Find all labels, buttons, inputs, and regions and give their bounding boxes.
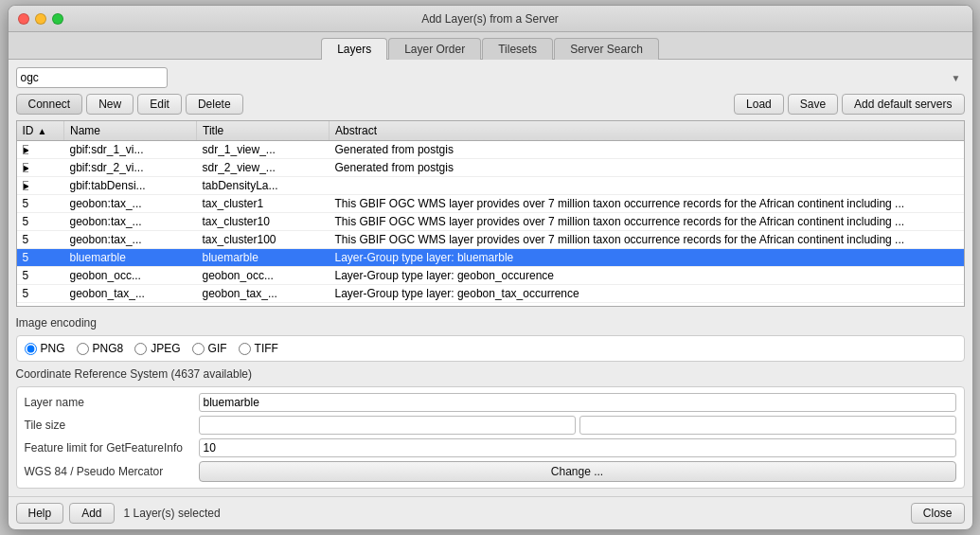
dropdown-arrow-icon: ▼ [952, 73, 961, 83]
cell-name: gbif:tabDensi... [64, 177, 197, 195]
cell-id: 58 [17, 285, 28, 302]
cell-abstract: Layer-Group type layer: geobon_tax_occur… [330, 285, 964, 303]
col-header-title[interactable]: Title [197, 121, 330, 141]
new-button[interactable]: New [86, 94, 134, 115]
table-row[interactable]: ▶43gbif:sdr_1_vi...sdr_1_view_...Generat… [17, 141, 964, 159]
cell-name: geobon_tax_... [64, 285, 197, 303]
cell-name: geobon:tax_... [64, 231, 197, 249]
col-header-name[interactable]: Name [64, 121, 197, 141]
tile-size-input-1[interactable] [199, 416, 576, 435]
layers-table-container: ID ▲ Name Title Abstract ▶43gbif:sdr_1_v… [16, 120, 965, 307]
cell-id: ▶43 [17, 141, 28, 158]
status-text: 1 Layer(s) selected [124, 507, 905, 520]
table-body: ▶43gbif:sdr_1_vi...sdr_1_view_...Generat… [17, 141, 964, 303]
sort-icon: ▲ [38, 126, 47, 136]
tile-size-label: Tile size [25, 416, 195, 435]
window-controls [18, 13, 63, 25]
col-header-abstract[interactable]: Abstract [330, 121, 964, 141]
cell-id: ▶47 [17, 177, 28, 194]
wgs-label: WGS 84 / Pseudo Mercator [25, 461, 195, 482]
table-header-row: ID ▲ Name Title Abstract [17, 121, 964, 141]
close-window-btn[interactable] [18, 13, 29, 25]
feature-limit-label: Feature limit for GetFeatureInfo [25, 438, 195, 457]
cell-title: sdr_2_view_... [197, 159, 330, 177]
radio-jpeg[interactable]: JPEG [134, 342, 180, 355]
add-button[interactable]: Add [69, 503, 114, 524]
cell-name: gbif:sdr_2_vi... [64, 159, 197, 177]
cell-id: 52 [17, 213, 28, 230]
cell-title: geobon_occ... [197, 267, 330, 285]
tile-size-input-2[interactable] [579, 416, 956, 435]
cell-title: bluemarble [197, 249, 330, 267]
table-row[interactable]: ▶45gbif:sdr_2_vi...sdr_2_view_...Generat… [17, 159, 964, 177]
tile-size-row [199, 416, 956, 435]
radio-gif[interactable]: GIF [192, 342, 227, 355]
cell-id: 54 [17, 231, 28, 248]
cell-title: sdr_1_view_... [197, 141, 330, 159]
radio-png8-label: PNG8 [93, 342, 124, 355]
table-row[interactable]: ▶47gbif:tabDensi...tabDensityLa... [17, 177, 964, 195]
layer-name-label: Layer name [25, 393, 195, 412]
table-row[interactable]: 52geobon:tax_...tax_cluster10This GBIF O… [17, 213, 964, 231]
feature-limit-input[interactable] [199, 438, 956, 457]
connect-button[interactable]: Connect [16, 94, 83, 115]
delete-button[interactable]: Delete [186, 94, 243, 115]
cell-id: 57 [17, 267, 28, 284]
edit-button[interactable]: Edit [137, 94, 182, 115]
titlebar: Add Layer(s) from a Server [9, 6, 972, 32]
table-row[interactable]: 56bluemarblebluemarbleLayer-Group type l… [17, 249, 964, 267]
tab-layer-order[interactable]: Layer Order [388, 38, 481, 60]
help-button[interactable]: Help [16, 503, 64, 524]
cell-id: 56 [17, 249, 28, 266]
image-encoding-label: Image encoding [16, 316, 965, 330]
button-bar: Connect New Edit Delete Load Save Add de… [16, 94, 965, 115]
layer-properties-form: Layer name Tile size Feature limit for G… [16, 386, 965, 489]
cell-id: ▶45 [17, 159, 28, 176]
minimize-btn[interactable] [35, 13, 46, 25]
cell-abstract: Generated from postgis [330, 159, 964, 177]
cell-abstract: This GBIF OGC WMS layer provides over 7 … [330, 231, 964, 249]
cell-name: bluemarble [64, 249, 197, 267]
maximize-btn[interactable] [52, 13, 63, 25]
server-input[interactable]: ogc [16, 67, 168, 88]
cell-title: tax_cluster100 [197, 231, 330, 249]
tab-tilesets[interactable]: Tilesets [482, 38, 553, 60]
cell-title: tax_cluster10 [197, 213, 330, 231]
cell-abstract [330, 177, 964, 195]
expand-icon[interactable]: ▶ [23, 145, 28, 154]
cell-abstract: Generated from postgis [330, 141, 964, 159]
save-button[interactable]: Save [788, 94, 838, 115]
cell-name: geobon:tax_... [64, 195, 197, 213]
col-header-id[interactable]: ID ▲ [17, 121, 64, 141]
radio-tiff[interactable]: TIFF [239, 342, 278, 355]
add-default-servers-button[interactable]: Add default servers [842, 94, 964, 115]
table-row[interactable]: 58geobon_tax_...geobon_tax_...Layer-Grou… [17, 285, 964, 303]
cell-title: tax_cluster1 [197, 195, 330, 213]
layers-table: ID ▲ Name Title Abstract ▶43gbif:sdr_1_v… [17, 121, 964, 303]
main-window: Add Layer(s) from a Server Layers Layer … [8, 5, 973, 530]
crs-label: Coordinate Reference System (4637 availa… [16, 367, 965, 381]
bottom-bar: Help Add 1 Layer(s) selected Close [9, 496, 972, 529]
change-crs-button[interactable]: Change ... [199, 461, 956, 482]
close-button[interactable]: Close [911, 503, 965, 524]
expand-icon[interactable]: ▶ [23, 163, 28, 172]
radio-png8[interactable]: PNG8 [77, 342, 124, 355]
cell-title: geobon_tax_... [197, 285, 330, 303]
tab-server-search[interactable]: Server Search [554, 38, 659, 60]
table-row[interactable]: 50geobon:tax_...tax_cluster1This GBIF OG… [17, 195, 964, 213]
tab-layers[interactable]: Layers [321, 38, 387, 60]
cell-abstract: This GBIF OGC WMS layer provides over 7 … [330, 213, 964, 231]
table-row[interactable]: 57geobon_occ...geobon_occ...Layer-Group … [17, 267, 964, 285]
window-title: Add Layer(s) from a Server [421, 12, 559, 26]
load-button[interactable]: Load [734, 94, 784, 115]
table-row[interactable]: 54geobon:tax_...tax_cluster100This GBIF … [17, 231, 964, 249]
cell-abstract: This GBIF OGC WMS layer provides over 7 … [330, 195, 964, 213]
cell-title: tabDensityLa... [197, 177, 330, 195]
content-area: ogc ▼ Connect New Edit Delete Load Save … [9, 60, 972, 496]
radio-jpeg-label: JPEG [151, 342, 180, 355]
radio-png[interactable]: PNG [25, 342, 65, 355]
cell-name: gbif:sdr_1_vi... [64, 141, 197, 159]
expand-icon[interactable]: ▶ [23, 181, 28, 190]
layer-name-input[interactable] [199, 393, 956, 412]
radio-gif-label: GIF [208, 342, 227, 355]
